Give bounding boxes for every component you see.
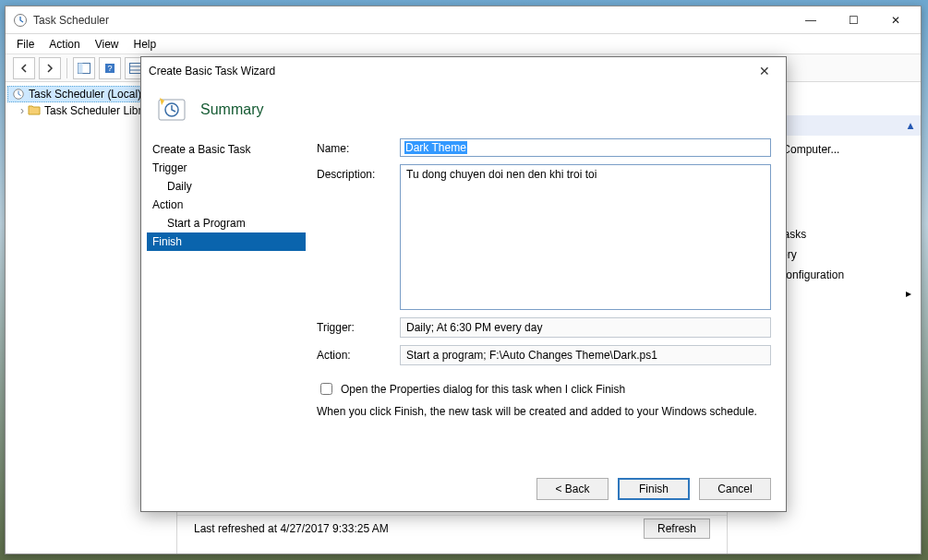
wizard-titlebar[interactable]: Create Basic Task Wizard ✕: [141, 57, 786, 85]
open-properties-checkbox[interactable]: [320, 383, 332, 395]
maximize-button[interactable]: ☐: [832, 6, 874, 34]
back-button[interactable]: < Back: [536, 478, 609, 500]
folder-icon: [28, 104, 41, 118]
wizard-form: Name: Dark Theme Description: Trigger: D…: [306, 135, 786, 467]
menu-view[interactable]: View: [95, 38, 119, 51]
wizard-footer: < Back Finish Cancel: [141, 467, 786, 511]
name-field[interactable]: Dark Theme: [400, 138, 771, 157]
titlebar[interactable]: Task Scheduler — ☐ ✕: [6, 6, 921, 34]
wizard-nav-finish[interactable]: Finish: [147, 232, 306, 251]
collapse-icon[interactable]: ▴: [908, 119, 913, 132]
svg-text:?: ?: [107, 64, 112, 73]
minimize-button[interactable]: —: [789, 6, 832, 34]
wizard-nav-create[interactable]: Create a Basic Task: [147, 140, 306, 159]
menubar: File Action View Help: [6, 34, 921, 54]
wizard-icon: [156, 94, 187, 125]
wizard-heading: Summary: [200, 101, 263, 118]
clock-icon: [12, 88, 25, 101]
wizard-nav: Create a Basic Task Trigger Daily Action…: [141, 135, 306, 467]
refresh-button[interactable]: Refresh: [644, 518, 710, 539]
open-properties-label: Open the Properties dialog for this task…: [341, 383, 625, 396]
close-button[interactable]: ✕: [874, 6, 917, 34]
trigger-value: Daily; At 6:30 PM every day: [400, 317, 771, 338]
label-action: Action:: [317, 345, 391, 365]
wizard-nav-trigger-daily[interactable]: Daily: [147, 177, 306, 196]
cancel-button[interactable]: Cancel: [699, 478, 771, 500]
action-value: Start a program; F:\Auto Changes Theme\D…: [400, 345, 771, 365]
menu-help[interactable]: Help: [134, 38, 157, 51]
wizard-close-button[interactable]: ✕: [751, 57, 778, 85]
create-basic-task-wizard: Create Basic Task Wizard ✕ Summary Creat…: [140, 56, 787, 512]
finish-note: When you click Finish, the new task will…: [317, 405, 771, 418]
menu-action[interactable]: Action: [49, 38, 79, 51]
window-title: Task Scheduler: [33, 14, 109, 27]
finish-button[interactable]: Finish: [618, 478, 690, 500]
toolbar-help-icon[interactable]: ?: [99, 57, 121, 79]
wizard-nav-action[interactable]: Action: [147, 196, 306, 214]
wizard-title: Create Basic Task Wizard: [149, 65, 751, 77]
wizard-nav-action-start[interactable]: Start a Program: [147, 214, 306, 232]
chevron-right-icon: ›: [20, 104, 24, 117]
svg-rect-2: [78, 63, 83, 73]
back-button[interactable]: [13, 57, 35, 79]
menu-file[interactable]: File: [17, 38, 34, 51]
forward-button[interactable]: [39, 57, 61, 79]
label-description: Description:: [317, 164, 391, 310]
description-field[interactable]: [400, 164, 771, 310]
wizard-nav-trigger[interactable]: Trigger: [147, 159, 306, 177]
label-name: Name:: [317, 138, 391, 157]
toolbar-panes-icon[interactable]: [73, 57, 95, 79]
app-icon: [13, 13, 28, 28]
last-refreshed-label: Last refreshed at 4/27/2017 9:33:25 AM: [194, 522, 389, 535]
label-trigger: Trigger:: [317, 317, 391, 338]
